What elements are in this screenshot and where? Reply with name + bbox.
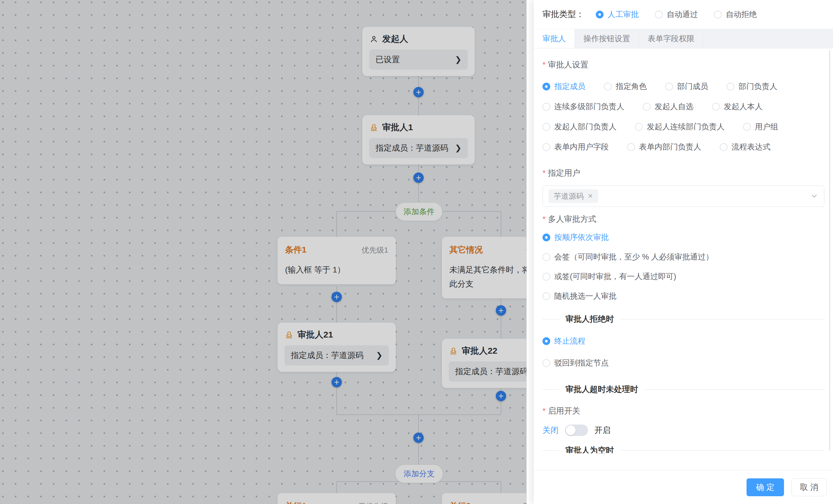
radio-icon xyxy=(665,83,673,91)
radio-icon xyxy=(635,123,643,131)
radio-dept-member[interactable]: 部门成员 xyxy=(665,81,708,92)
modal-overlay xyxy=(0,0,534,504)
timeout-switch-row: 关闭 开启 xyxy=(543,423,824,437)
switch-off-label: 关闭 xyxy=(543,425,558,436)
toggle-knob xyxy=(566,425,576,435)
tab-button-settings[interactable]: 操作按钮设置 xyxy=(575,29,639,48)
radio-icon xyxy=(655,11,663,19)
required-asterisk: * xyxy=(543,60,546,69)
radio-assigned-member[interactable]: 指定成员 xyxy=(543,81,586,92)
timeout-toggle[interactable] xyxy=(565,425,588,436)
drawer-body[interactable]: * 审批人设置 指定成员 指定角色 部门成员 部门负责人 xyxy=(534,48,833,453)
radio-initiator-dept-leader[interactable]: 发起人部门负责人 xyxy=(543,122,617,132)
radio-icon xyxy=(720,143,728,151)
assign-user-label: * 指定用户 xyxy=(543,168,824,179)
tab-form-field-permission[interactable]: 表单字段权限 xyxy=(639,29,703,48)
radio-initiator-choose[interactable]: 发起人自选 xyxy=(643,101,693,112)
radio-form-dept-leader[interactable]: 表单内部门负责人 xyxy=(627,142,701,152)
approval-type-label: 审批类型： xyxy=(543,9,584,20)
radio-random-one[interactable]: 随机挑选一人审批 xyxy=(543,290,824,302)
cancel-button[interactable]: 取 消 xyxy=(791,478,827,496)
radio-icon xyxy=(543,103,550,110)
radio-icon xyxy=(727,83,734,91)
radio-countersign[interactable]: 会签（可同时审批，至少 % 人必须审批通过） xyxy=(543,251,824,263)
radio-icon xyxy=(714,11,722,19)
radio-process-expression[interactable]: 流程表达式 xyxy=(720,142,770,152)
radio-return-to-node[interactable]: 驳回到指定节点 xyxy=(543,357,824,369)
clipped-section-divider: 审批人为空时 xyxy=(543,445,824,453)
radio-multi-level-dept-leader[interactable]: 连续多级部门负责人 xyxy=(543,101,624,112)
radio-initiator-self[interactable]: 发起人本人 xyxy=(712,101,763,112)
enable-switch-label: * 启用开关 xyxy=(543,405,824,417)
approval-type-header: 审批类型： 人工审批 自动通过 自动拒绝 xyxy=(534,0,833,29)
approval-settings-drawer: 审批类型： 人工审批 自动通过 自动拒绝 审批人 操作按钮设置 表单字段权限 *… xyxy=(534,0,833,504)
timeout-section-divider: 审批人超时未处理时 xyxy=(543,384,824,395)
assign-user-select[interactable]: 芋道源码 ✕ xyxy=(543,185,824,207)
chevron-down-icon xyxy=(810,192,818,200)
radio-icon xyxy=(543,83,550,91)
radio-icon xyxy=(543,292,550,300)
close-icon[interactable]: ✕ xyxy=(588,193,593,200)
drawer-footer: 确 定 取 消 xyxy=(534,470,833,504)
drawer-scrollbar[interactable] xyxy=(829,50,830,450)
multi-approve-label: * 多人审批方式 xyxy=(543,214,824,225)
tab-approver[interactable]: 审批人 xyxy=(534,29,575,48)
radio-icon xyxy=(604,83,612,91)
radio-initiator-multi-dept-leader[interactable]: 发起人连续部门负责人 xyxy=(635,122,724,132)
radio-terminate-process[interactable]: 终止流程 xyxy=(543,335,824,347)
radio-user-group[interactable]: 用户组 xyxy=(743,122,778,132)
approver-setting-row: 发起人部门负责人 发起人连续部门负责人 用户组 xyxy=(543,121,824,132)
radio-icon xyxy=(543,337,550,345)
radio-icon xyxy=(543,273,550,280)
radio-auto-reject[interactable]: 自动拒绝 xyxy=(714,9,757,20)
radio-sequential-approve[interactable]: 按顺序依次审批 xyxy=(543,231,824,243)
radio-or-sign[interactable]: 或签(可同时审批，有一人通过即可) xyxy=(543,271,824,282)
radio-manual-approval[interactable]: 人工审批 xyxy=(596,9,639,20)
radio-icon xyxy=(543,233,550,241)
radio-icon xyxy=(543,143,550,151)
required-asterisk: * xyxy=(543,169,546,178)
radio-icon xyxy=(743,123,751,131)
reject-section-divider: 审批人拒绝时 xyxy=(543,313,824,325)
workflow-canvas[interactable]: 发起人 已设置 ❯ + 审批人1 指定成员：芋道源码 ❯ + 添加条件 xyxy=(0,0,534,504)
confirm-button[interactable]: 确 定 xyxy=(746,478,784,496)
settings-tabs: 审批人 操作按钮设置 表单字段权限 xyxy=(534,29,833,48)
radio-icon xyxy=(543,359,550,367)
required-asterisk: * xyxy=(543,406,546,415)
approver-setting-row: 指定成员 指定角色 部门成员 部门负责人 xyxy=(543,81,824,92)
radio-icon xyxy=(543,123,550,131)
radio-dept-leader[interactable]: 部门负责人 xyxy=(727,81,777,92)
approver-setting-label: * 审批人设置 xyxy=(543,59,824,70)
radio-auto-approve[interactable]: 自动通过 xyxy=(655,9,698,20)
radio-icon xyxy=(627,143,635,151)
approver-setting-row: 表单内用户字段 表单内部门负责人 流程表达式 xyxy=(543,141,824,153)
switch-on-label: 开启 xyxy=(594,425,611,436)
user-tag: 芋道源码 ✕ xyxy=(548,189,598,203)
radio-icon xyxy=(712,103,720,110)
radio-icon xyxy=(543,253,550,261)
approver-setting-row: 连续多级部门负责人 发起人自选 发起人本人 xyxy=(543,101,824,112)
radio-assigned-role[interactable]: 指定角色 xyxy=(604,81,647,92)
radio-icon xyxy=(643,103,650,110)
radio-icon xyxy=(596,11,603,19)
required-asterisk: * xyxy=(543,215,546,224)
radio-form-user-field[interactable]: 表单内用户字段 xyxy=(543,142,609,152)
canvas-scrollbar[interactable] xyxy=(526,0,534,504)
